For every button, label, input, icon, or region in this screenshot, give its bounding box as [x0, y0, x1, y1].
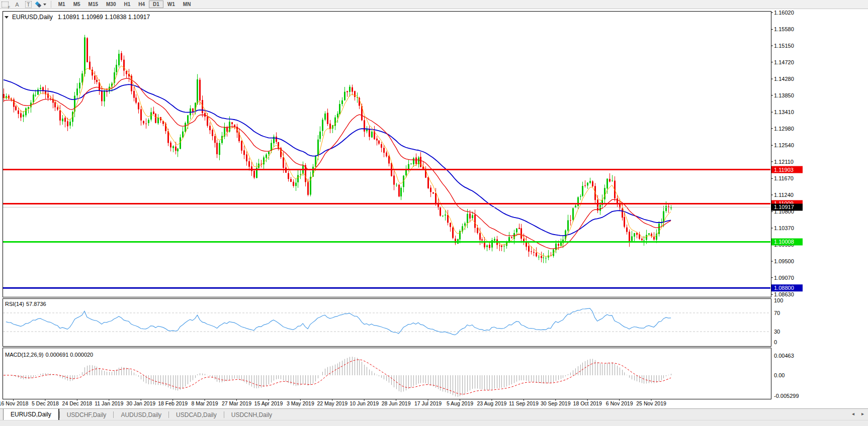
candle-body: [243, 150, 245, 155]
candle-body: [378, 141, 380, 144]
candle-body: [35, 95, 36, 95]
candle-body: [648, 233, 650, 235]
rsi-panel[interactable]: [3, 299, 771, 347]
candle-body: [452, 228, 454, 238]
date-tick-label: 22 May 2019: [317, 400, 348, 406]
candle-body: [543, 258, 544, 258]
macd-panel[interactable]: [3, 348, 771, 399]
candle-body: [337, 114, 338, 117]
candle-body: [175, 147, 177, 151]
candle-body: [622, 208, 623, 218]
candle-body: [518, 228, 520, 229]
candle-body: [609, 179, 611, 181]
candle-body: [319, 132, 321, 139]
chart-tab-audusd[interactable]: AUDUSD,Daily: [114, 409, 168, 420]
chart-title: EURUSD,Daily 1.10891 1.10969 1.10838 1.1…: [5, 14, 150, 21]
candle-body: [241, 141, 242, 151]
candle-body: [135, 97, 137, 102]
candle-body: [541, 256, 542, 258]
price-tick-label: 1.16020: [774, 10, 794, 16]
chart-dropdown-icon[interactable]: [5, 16, 9, 19]
candle-body: [584, 185, 586, 186]
candle-body: [580, 196, 581, 196]
candle-body: [18, 111, 19, 114]
date-tick-label: 11 Sep 2019: [509, 400, 539, 406]
tab-scroll-buttons: ◂ ▸: [852, 411, 864, 416]
candle-body: [445, 215, 446, 216]
candle-body: [631, 236, 633, 241]
candle-body: [405, 170, 407, 175]
macd-scale-label: 0.00: [774, 372, 785, 378]
candle-body: [116, 65, 117, 72]
candle-body: [567, 220, 569, 231]
candle-body: [634, 233, 635, 237]
candle-body: [435, 193, 437, 203]
candle-body: [47, 93, 49, 98]
candle-body: [467, 214, 468, 223]
candle-body: [589, 181, 591, 183]
chart-tab-usdcnh[interactable]: USDCNH,Daily: [224, 409, 279, 420]
price-tick-label: 1.13850: [774, 92, 794, 98]
price-tick-label: 1.15150: [774, 43, 794, 49]
candle-body: [396, 185, 397, 185]
candle-body: [481, 239, 483, 240]
price-tick-label: 1.08630: [774, 291, 794, 297]
candle-body: [126, 71, 127, 74]
candle-body: [442, 216, 444, 216]
candle-body: [447, 215, 449, 223]
price-tick-label: 1.12110: [774, 159, 794, 165]
date-tick-label: 16 Nov 2018: [0, 400, 28, 406]
chart-tab-usdchf[interactable]: USDCHF,Daily: [60, 409, 114, 420]
candle-body: [339, 104, 340, 114]
candle-body: [268, 152, 270, 154]
candle-body: [6, 96, 7, 98]
price-tick-label: 1.12540: [774, 142, 794, 148]
price-axis-labels: 1.160201.155801.151501.147201.142801.138…: [771, 10, 794, 297]
candle-body: [624, 217, 625, 227]
candle-body: [157, 118, 159, 123]
candle-body: [629, 232, 630, 241]
price-tick-label: 1.09070: [774, 275, 794, 281]
candle-body: [383, 148, 385, 153]
candle-body: [182, 132, 184, 138]
chart-canvas[interactable]: 1.160201.155801.151501.147201.142801.138…: [0, 0, 868, 408]
candle-body: [349, 87, 351, 92]
candle-body: [322, 120, 323, 131]
macd-scale-label: 0.00463: [774, 353, 794, 359]
candle-body: [3, 94, 5, 98]
candle-body: [62, 119, 63, 121]
date-tick-label: 5 Dec 2018: [32, 400, 59, 406]
candle-body: [69, 122, 71, 126]
candle-body: [101, 91, 103, 101]
level-line-label: 1.11903: [774, 167, 794, 173]
chart-tab-usdcad[interactable]: USDCAD,Daily: [169, 409, 224, 420]
candle-body: [420, 157, 421, 167]
candle-body: [371, 132, 373, 138]
date-tick-label: 3 May 2019: [287, 400, 314, 406]
candle-body: [665, 206, 667, 211]
candle-body: [369, 129, 370, 137]
candle-body: [81, 73, 83, 82]
candle-body: [96, 80, 98, 82]
candle-body: [192, 109, 194, 112]
level-line-label: 1.08800: [774, 285, 794, 291]
candle-body: [288, 173, 289, 179]
date-tick-label: 25 Nov 2019: [636, 400, 666, 406]
candle-body: [558, 244, 559, 246]
candle-body: [352, 87, 353, 92]
candle-body: [413, 158, 414, 164]
candle-body: [57, 108, 58, 110]
date-axis: 16 Nov 20185 Dec 201824 Dec 201811 Jan 2…: [0, 399, 666, 406]
tab-scroll-right-icon[interactable]: ▸: [861, 411, 864, 416]
candle-body: [354, 91, 356, 97]
price-tick-label: 1.09500: [774, 258, 794, 264]
candle-body: [185, 123, 186, 132]
candle-body: [511, 237, 512, 238]
candle-body: [531, 251, 532, 252]
candle-body: [234, 125, 235, 127]
candle-body: [297, 175, 299, 182]
candle-body: [617, 198, 618, 203]
chart-tab-eurusd[interactable]: EURUSD,Daily: [3, 409, 59, 420]
candle-body: [263, 157, 265, 164]
tab-scroll-left-icon[interactable]: ◂: [852, 411, 854, 416]
